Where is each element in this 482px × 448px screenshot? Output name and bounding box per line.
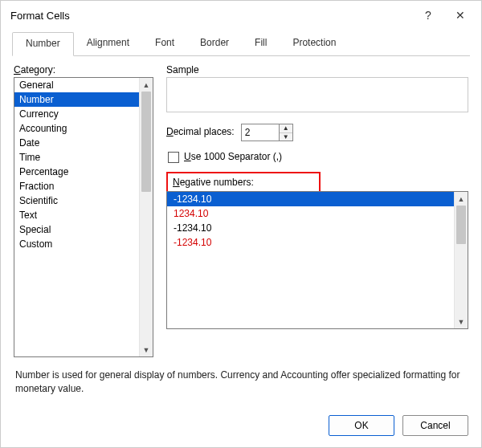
decimal-down-icon[interactable]: ▼ (280, 132, 292, 141)
upper-area: Category: General Number Currency Accoun… (14, 64, 468, 357)
tab-strip: Number Alignment Font Border Fill Protec… (12, 31, 470, 56)
separator-checkbox[interactable] (168, 152, 179, 163)
tab-number[interactable]: Number (12, 32, 74, 56)
neg-scroll-thumb[interactable] (456, 206, 466, 244)
negative-option-2[interactable]: -1234.10 (167, 221, 454, 235)
decimal-spinner: ▲ ▼ (241, 124, 293, 141)
separator-row: Use 1000 Separator (,) (168, 151, 468, 164)
category-item-text[interactable]: Text (14, 208, 139, 222)
category-item-general[interactable]: General (14, 78, 139, 92)
sample-box (166, 77, 468, 112)
cancel-button[interactable]: Cancel (402, 415, 468, 436)
category-item-percentage[interactable]: Percentage (14, 165, 139, 179)
category-listbox[interactable]: General Number Currency Accounting Date … (14, 77, 153, 357)
category-item-accounting[interactable]: Accounting (14, 121, 139, 136)
negative-option-0[interactable]: -1234.10 (167, 192, 454, 206)
scroll-track[interactable] (140, 92, 153, 343)
category-item-fraction[interactable]: Fraction (14, 179, 139, 193)
separator-label[interactable]: Use 1000 Separator (,) (184, 151, 282, 162)
tab-fill[interactable]: Fill (242, 32, 280, 56)
category-column: Category: General Number Currency Accoun… (14, 64, 153, 357)
category-scrollbar[interactable]: ▲ ▼ (139, 78, 153, 356)
help-button[interactable]: ? (412, 4, 444, 26)
decimal-up-icon[interactable]: ▲ (280, 124, 292, 132)
scroll-down-icon[interactable]: ▼ (140, 343, 153, 356)
description-text: Number is used for general display of nu… (15, 369, 467, 396)
neg-scroll-track[interactable] (455, 206, 468, 315)
category-item-date[interactable]: Date (14, 136, 139, 150)
category-item-special[interactable]: Special (14, 222, 139, 237)
scroll-thumb[interactable] (141, 92, 151, 192)
category-list-items: General Number Currency Accounting Date … (14, 78, 139, 356)
dialog-title: Format Cells (10, 10, 412, 22)
title-bar: Format Cells ? ✕ (1, 1, 481, 30)
decimal-input[interactable] (241, 124, 280, 141)
category-item-number[interactable]: Number (14, 92, 139, 107)
negative-listbox[interactable]: -1234.10 1234.10 -1234.10 -1234.10 ▲ ▼ (166, 191, 468, 329)
sample-group: Sample (166, 64, 468, 112)
category-label: Category: (14, 64, 153, 75)
category-item-time[interactable]: Time (14, 150, 139, 165)
scroll-up-icon[interactable]: ▲ (140, 78, 153, 92)
negative-option-1[interactable]: 1234.10 (167, 206, 454, 221)
negative-area: Negative numbers: -1234.10 1234.10 -1234… (166, 164, 468, 329)
category-item-custom[interactable]: Custom (14, 237, 139, 251)
decimal-spinner-buttons: ▲ ▼ (280, 124, 293, 141)
decimal-row: Decimal places: ▲ ▼ (166, 124, 468, 141)
decimal-label: Decimal places: (166, 126, 235, 137)
category-item-currency[interactable]: Currency (14, 107, 139, 121)
dialog-body: Category: General Number Currency Accoun… (1, 56, 481, 407)
neg-scroll-up-icon[interactable]: ▲ (455, 192, 468, 206)
dialog-footer: OK Cancel (1, 407, 481, 447)
tab-border[interactable]: Border (187, 32, 242, 56)
negative-label: Negative numbers: (173, 177, 314, 188)
ok-button[interactable]: OK (329, 415, 394, 436)
category-item-scientific[interactable]: Scientific (14, 193, 139, 208)
neg-scroll-down-icon[interactable]: ▼ (455, 315, 468, 328)
negative-list-items: -1234.10 1234.10 -1234.10 -1234.10 (167, 192, 454, 328)
format-cells-dialog: Format Cells ? ✕ Number Alignment Font B… (0, 0, 482, 448)
sample-label: Sample (166, 64, 468, 75)
negative-option-3[interactable]: -1234.10 (167, 235, 454, 250)
negative-scrollbar[interactable]: ▲ ▼ (454, 192, 468, 328)
tab-font[interactable]: Font (142, 32, 187, 56)
tab-alignment[interactable]: Alignment (74, 32, 142, 56)
options-column: Sample Decimal places: ▲ ▼ Use (166, 64, 468, 357)
close-button[interactable]: ✕ (444, 4, 476, 26)
tab-protection[interactable]: Protection (280, 32, 349, 56)
